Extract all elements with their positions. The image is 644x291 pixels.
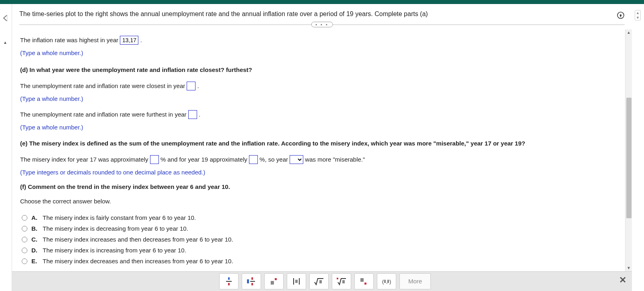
right-gutter: ▲ ▼ bbox=[632, 4, 644, 291]
scrollbar-thumb[interactable] bbox=[626, 98, 632, 218]
misery-19-input[interactable] bbox=[249, 155, 258, 164]
ordered-pair-button[interactable]: (,) bbox=[377, 273, 396, 289]
svg-rect-7 bbox=[251, 277, 253, 280]
mc-option-e[interactable]: E. The misery index decreases and then i… bbox=[20, 256, 617, 266]
svg-point-2 bbox=[620, 14, 622, 16]
svg-rect-11 bbox=[275, 278, 277, 280]
svg-rect-6 bbox=[247, 279, 249, 283]
mixed-number-button[interactable] bbox=[242, 273, 261, 289]
hint-whole-3: (Type a whole number.) bbox=[20, 123, 617, 132]
mc-radio-d[interactable] bbox=[22, 248, 27, 253]
exponent-button[interactable] bbox=[264, 273, 284, 289]
scrollbar-up-icon[interactable]: ▲ bbox=[625, 29, 632, 36]
misery-line: The misery index for year 17 was approxi… bbox=[20, 155, 617, 164]
choose-prompt: Choose the correct answer below. bbox=[20, 197, 617, 206]
svg-rect-17 bbox=[342, 280, 345, 283]
svg-rect-19 bbox=[364, 283, 366, 285]
svg-rect-9 bbox=[251, 283, 253, 285]
fraction-button[interactable] bbox=[219, 273, 239, 289]
app-top-bar bbox=[0, 0, 644, 4]
mc-radio-e[interactable] bbox=[22, 258, 27, 264]
nth-root-button[interactable] bbox=[332, 273, 351, 289]
section-divider: • • • bbox=[19, 21, 625, 28]
hint-whole-2: (Type a whole number.) bbox=[20, 94, 617, 103]
question-body: The inflation rate was highest in year .… bbox=[12, 29, 625, 271]
mc-radio-a[interactable] bbox=[22, 215, 27, 221]
lock-icon bbox=[617, 11, 625, 19]
inner-scrollbar[interactable]: ▲ ▼ bbox=[625, 29, 632, 271]
mc-option-d[interactable]: D. The misery index is increasing from y… bbox=[20, 245, 617, 256]
question-prompt: The time-series plot to the right shows … bbox=[19, 10, 625, 18]
svg-rect-13 bbox=[295, 280, 298, 283]
close-icon[interactable]: ✕ bbox=[619, 275, 626, 285]
scrollbar-down-icon[interactable]: ▼ bbox=[625, 265, 632, 271]
scroll-pane: The inflation rate was highest in year .… bbox=[12, 29, 632, 271]
mc-option-c[interactable]: C. The misery index increases and then d… bbox=[20, 234, 617, 245]
svg-text:(: ( bbox=[382, 279, 384, 285]
part-f-prompt: (f) Comment on the trend in the misery i… bbox=[20, 182, 617, 191]
mc-options: A. The misery index is fairly constant f… bbox=[20, 212, 617, 266]
question-header: The time-series plot to the right shows … bbox=[12, 4, 632, 21]
stepper-spinner[interactable]: ▲ ▼ bbox=[635, 10, 641, 20]
inflation-highest-input[interactable] bbox=[120, 36, 138, 45]
spinner-up-icon[interactable]: ▲ bbox=[636, 11, 640, 15]
hint-whole-1: (Type a whole number.) bbox=[20, 49, 617, 57]
equation-toolbar: (,) More ✕ bbox=[12, 271, 632, 291]
furthest-year-input[interactable] bbox=[188, 110, 197, 119]
part-e-prompt: (e) The misery index is defined as the s… bbox=[20, 139, 617, 148]
svg-rect-16 bbox=[337, 278, 338, 279]
absolute-value-button[interactable] bbox=[287, 273, 306, 289]
svg-rect-23 bbox=[387, 280, 389, 283]
mc-radio-b[interactable] bbox=[22, 226, 27, 232]
mc-option-b[interactable]: B. The misery index is decreasing from y… bbox=[20, 223, 617, 234]
content-wrap: The time-series plot to the right shows … bbox=[12, 4, 632, 291]
mc-option-a[interactable]: A. The misery index is fairly constant f… bbox=[20, 212, 617, 223]
expand-pill[interactable]: • • • bbox=[311, 22, 333, 27]
svg-rect-5 bbox=[228, 283, 230, 285]
left-gutter: ▲ bbox=[0, 4, 12, 291]
mc-radio-c[interactable] bbox=[22, 237, 27, 242]
svg-rect-21 bbox=[384, 280, 386, 283]
scroll-up-icon[interactable]: ▲ bbox=[3, 40, 7, 45]
closest-line: The unemployment rate and inflation rate… bbox=[20, 82, 617, 90]
svg-rect-15 bbox=[319, 280, 322, 283]
svg-rect-18 bbox=[360, 278, 364, 282]
back-icon[interactable] bbox=[2, 14, 10, 24]
closest-year-input[interactable] bbox=[187, 82, 195, 90]
svg-rect-10 bbox=[271, 281, 274, 285]
sqrt-button[interactable] bbox=[309, 273, 329, 289]
inflation-highest-line: The inflation rate was highest in year . bbox=[20, 36, 617, 45]
hint-decimal: (Type integers or decimals rounded to on… bbox=[20, 168, 617, 177]
furthest-line: The unemployment rate and inflation rate… bbox=[20, 110, 617, 119]
subscript-button[interactable] bbox=[354, 273, 374, 289]
svg-rect-3 bbox=[228, 277, 230, 280]
spinner-down-icon[interactable]: ▼ bbox=[636, 16, 640, 20]
misery-17-input[interactable] bbox=[150, 155, 159, 164]
part-d-prompt: (d) In what year were the unemployment r… bbox=[20, 66, 617, 74]
svg-text:): ) bbox=[389, 279, 391, 285]
more-button[interactable]: More bbox=[399, 273, 431, 289]
misery-year-select[interactable] bbox=[290, 155, 303, 164]
